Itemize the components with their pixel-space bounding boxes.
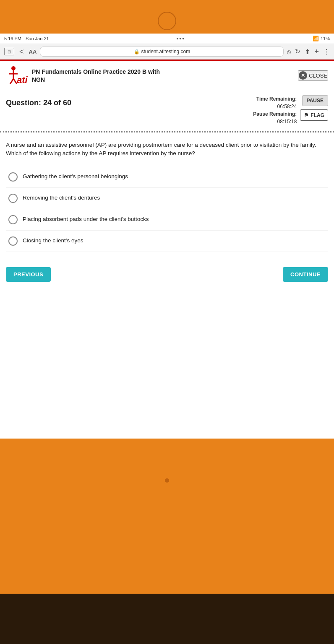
continue-button[interactable]: CONTINUE <box>283 267 328 282</box>
pause-flag-col: PAUSE ⚑ FLAG <box>300 95 328 121</box>
flag-icon: ⚑ <box>304 112 309 118</box>
tab-icon[interactable]: ⊡ <box>4 48 14 55</box>
option-text-d: Closing the client's eyes <box>23 237 83 245</box>
radio-d[interactable] <box>8 236 18 246</box>
lock-icon: 🔒 <box>134 49 140 55</box>
answer-option-a[interactable]: Gathering the client's personal belongin… <box>6 166 328 188</box>
exam-title-line2: NGN <box>32 76 160 83</box>
nav-buttons: PREVIOUS CONTINUE <box>0 259 334 290</box>
close-button[interactable]: ✕ CLOSE <box>298 70 328 80</box>
browser-bar: ⊡ < AA 🔒 student.atitesting.com ⎋ ↻ ⬆ + … <box>0 44 334 60</box>
answer-options: Gathering the client's personal belongin… <box>0 164 334 254</box>
dots-menu: ••• <box>176 35 185 42</box>
answer-option-b[interactable]: Removing the client's dentures <box>6 188 328 209</box>
status-right: 📶 11% <box>313 36 330 42</box>
share-icon[interactable]: ⬆ <box>305 48 310 56</box>
airplay-icon[interactable]: ⎋ <box>287 48 291 55</box>
add-tab-icon[interactable]: + <box>314 47 319 56</box>
url-text: student.atitesting.com <box>141 49 190 55</box>
option-text-a: Gathering the client's personal belongin… <box>23 173 128 181</box>
timer-info: Time Remaining: 06:58:24 Pause Remaining… <box>253 95 297 125</box>
home-indicator <box>158 12 176 30</box>
ati-header: ati PN Fundamentals Online Practice 2020… <box>0 61 334 90</box>
svg-line-4 <box>13 79 17 84</box>
radio-c[interactable] <box>8 215 18 224</box>
answer-option-c[interactable]: Placing absorbent pads under the client'… <box>6 209 328 231</box>
answer-option-d[interactable]: Closing the client's eyes <box>6 231 328 252</box>
text-size-button[interactable]: AA <box>29 49 37 55</box>
wifi-icon: 📶 <box>313 36 319 42</box>
flag-label: FLAG <box>311 112 324 118</box>
pause-button[interactable]: PAUSE <box>302 95 328 106</box>
screen-bottom <box>0 439 334 606</box>
battery-level: 11% <box>321 36 330 41</box>
status-date: Sun Jan 21 <box>26 36 49 41</box>
radio-a[interactable] <box>8 172 18 182</box>
question-text: A nurse and an assistive personnel (AP) … <box>0 137 334 164</box>
question-header: Question: 24 of 60 Time Remaining: 06:58… <box>0 90 334 127</box>
status-time: 5:16 PM <box>4 36 21 41</box>
close-label: CLOSE <box>309 73 327 79</box>
home-dot <box>165 478 169 483</box>
menu-icon[interactable]: ⋮ <box>323 48 330 56</box>
option-text-c: Placing absorbent pads under the client'… <box>23 216 149 223</box>
previous-button[interactable]: PREVIOUS <box>6 267 51 282</box>
pause-remaining-value: 08:15:18 <box>253 118 297 125</box>
exam-title-line1: PN Fundamentals Online Practice 2020 B w… <box>32 68 160 76</box>
ati-logo-area: ati PN Fundamentals Online Practice 2020… <box>6 65 160 86</box>
main-content: ati PN Fundamentals Online Practice 2020… <box>0 61 334 439</box>
address-bar[interactable]: 🔒 student.atitesting.com <box>40 47 284 57</box>
status-bar: 5:16 PM Sun Jan 21 ••• 📶 11% <box>0 34 334 44</box>
radio-b[interactable] <box>8 194 18 203</box>
pause-remaining-label: Pause Remaining: <box>253 110 297 118</box>
timer-pause-area: Time Remaining: 06:58:24 Pause Remaining… <box>253 95 328 125</box>
dotted-divider <box>0 131 334 132</box>
back-button[interactable]: < <box>18 47 26 56</box>
question-number: Question: 24 of 60 <box>6 95 71 107</box>
svg-text:ati: ati <box>17 75 28 85</box>
refresh-icon[interactable]: ↻ <box>295 48 300 55</box>
time-remaining-value: 06:58:24 <box>253 103 297 110</box>
option-text-b: Removing the client's dentures <box>23 194 100 202</box>
ati-logo-svg: ati <box>6 65 28 86</box>
time-remaining-label: Time Remaining: <box>253 95 297 103</box>
close-icon: ✕ <box>299 71 307 80</box>
flag-button[interactable]: ⚑ FLAG <box>300 109 328 121</box>
svg-point-0 <box>11 66 16 70</box>
device-top <box>0 0 334 34</box>
status-left: 5:16 PM Sun Jan 21 <box>4 36 49 41</box>
ati-logo: ati <box>6 65 28 86</box>
exam-title: PN Fundamentals Online Practice 2020 B w… <box>32 68 160 83</box>
browser-actions: ⎋ ↻ ⬆ + ⋮ <box>287 47 330 56</box>
dark-bar <box>0 594 334 644</box>
svg-line-3 <box>10 79 13 84</box>
